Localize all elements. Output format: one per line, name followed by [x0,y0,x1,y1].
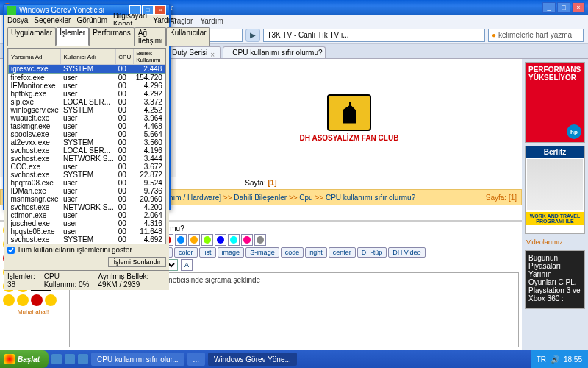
bbcode-dh-tüp-button[interactable]: DH-tüp [357,247,387,258]
process-row[interactable]: igresvc.exeSYSTEM002.448 K [9,65,167,74]
show-all-users-checkbox[interactable] [7,247,15,254]
bbcode-color-button[interactable]: color [174,247,198,258]
minimize-button[interactable]: _ [542,2,556,13]
taskmgr-tab[interactable]: Kullanıcılar [166,27,209,46]
process-row[interactable]: at2evxx.exeSYSTEM003.560 K [9,138,167,146]
ad-hp[interactable]: PERFORMANS YÜKSELİYOR hp [525,62,585,143]
bbcode-right-button[interactable]: right [305,247,327,258]
format-color-btn[interactable] [201,234,213,246]
breadcrumb-link[interactable]: Dahili Bileşenler [234,194,287,202]
format-color-btn[interactable] [241,234,253,246]
bbcode-dh video-button[interactable]: DH Video [388,247,425,258]
column-header[interactable]: Kullanıcı Adı [61,49,116,65]
process-row[interactable]: svchost.exeNETWORK S...003.444 K [9,155,167,163]
process-row[interactable]: ctfmon.exeuser002.064 K [9,211,167,219]
search-bar[interactable]: ● kelimelerle harf yazma [488,29,584,42]
process-row[interactable]: svchost.exeSYSTEM0022.872 K [9,171,167,179]
taskmgr-tab[interactable]: Ağ İletişimi [135,27,166,46]
breadcrumb-link[interactable]: CPU kullanımı sıfır olurmu? [326,194,415,202]
taskbar-item[interactable]: CPU kullanımı sıfır olur... [91,353,184,366]
ad-berlitz[interactable]: Berlitz WORK AND TRAVEL PROGRAMI İLE [525,146,585,234]
page-right: Sayfa: [1] [486,194,517,202]
menu-yardım[interactable]: Yardım [200,17,223,25]
tab-close-icon[interactable]: × [210,51,215,55]
taskmgr-icon [7,6,16,15]
emoji-icon[interactable] [17,294,29,306]
process-row[interactable]: svchost.exeSYSTEM004.692 K [9,236,167,244]
taskmgr-tab[interactable]: Performans [89,27,135,46]
process-row[interactable]: hpqtra08.exeuser009.524 K [9,179,167,187]
bbcode-code-button[interactable]: code [281,247,304,258]
url-aux-bar[interactable]: T3K TV - Canlı Tık TV i... [263,29,485,42]
taskmgr-menubar: DosyaSeçeneklerGörünümBilgisayarı KapatY… [4,15,169,25]
process-row[interactable]: slp.exeLOCAL SER...003.372 K [9,98,167,106]
process-row[interactable]: firefox.exeuser00154.720 K [9,74,167,82]
process-row[interactable]: hpqste08.exeuser0011.648 K [9,227,167,236]
process-row[interactable]: spoolsv.exeuser005.664 K [9,130,167,138]
process-row[interactable]: CCC.exeuser003.672 K [9,163,167,171]
taskbar-item[interactable]: Windows Görev Yöne... [208,353,297,366]
quicklaunch-icon[interactable] [65,354,75,364]
maximize-button[interactable]: □ [557,2,570,13]
forum-header: DH ASOSYALİZM FAN CLUB [176,59,522,177]
process-row[interactable]: jusched.exeuser004.316 K [9,219,167,227]
status-cpu: CPU Kullanımı: 0% [44,272,90,289]
process-row[interactable]: svchost.exeLOCAL SER...004.196 K [9,146,167,155]
taskmgr-statusbar: İşlemler: 38 CPU Kullanımı: 0% Ayrılmış … [4,270,169,290]
process-row[interactable]: IEMonitor.exeuser004.296 K [9,82,167,90]
show-all-users-check[interactable]: Tüm kullanıcıların işlemlerini göster [7,244,166,255]
bbcode-image-button[interactable]: image [218,247,245,258]
format-color-btn[interactable] [254,234,266,246]
tray-volume-icon[interactable]: 🔊 [551,355,559,364]
quicklaunch-icon[interactable] [78,354,88,364]
column-header[interactable]: Bellek Kullanımı [134,49,166,65]
process-row[interactable]: svchost.exeNETWORK S...004.200 K [9,203,167,211]
status-processes: İşlemler: 38 [7,272,35,289]
taskmgr-menu-item[interactable]: Görünüm [76,16,107,24]
taskmgr-menu-item[interactable]: Yardım [153,16,176,24]
clock: 18:55 [564,355,582,364]
column-header[interactable]: CPU [116,49,134,65]
format-color-btn[interactable] [215,234,226,246]
emoji-icon[interactable] [3,294,15,306]
bbcode-s-image-button[interactable]: S-image [245,247,279,258]
system-tray[interactable]: TR 🔊 18:55 [531,350,588,368]
format-color-btn[interactable] [188,234,200,246]
breadcrumb-link[interactable]: Cpu [299,194,312,202]
column-header[interactable]: Yansıma Adı [9,49,61,65]
taskmgr-menu-item[interactable]: Seçenekler [34,16,71,24]
taskmgr-tab[interactable]: Uygulamalar [7,27,56,46]
tray-lang[interactable]: TR [537,355,546,364]
page-number[interactable]: [1] [268,179,276,187]
extra-format-btn[interactable]: A [181,259,193,271]
taskbar-items: CPU kullanımı sıfır olur......Windows Gö… [49,353,297,366]
taskbar-item[interactable]: ... [187,353,205,366]
browser-tab[interactable]: CPU kullanımı sıfır olurmu?× [223,46,326,58]
taskmgr-close[interactable]: × [154,5,166,15]
taskmgr-menu-item[interactable]: Dosya [7,16,28,24]
task-manager-window[interactable]: Windows Görev Yöneticisi _ □ × DosyaSeçe… [3,4,171,210]
bbcode-center-button[interactable]: center [329,247,356,258]
quicklaunch-icon[interactable] [51,354,62,364]
process-row[interactable]: msnmsngr.exeuser0020.960 K [9,195,167,203]
taskmgr-tab[interactable]: İşlemler [56,27,89,46]
format-color-btn[interactable] [175,234,187,246]
tab-close-icon[interactable]: × [326,51,326,55]
process-row[interactable]: wuauclt.exeuser003.964 K [9,114,167,122]
close-button[interactable]: × [572,2,585,13]
start-button[interactable]: Başlat [0,350,49,368]
fanclub-logo [327,94,371,131]
format-color-btn[interactable] [228,234,240,246]
process-list[interactable]: Yansıma AdıKullanıcı AdıCPUBellek Kullan… [7,48,166,244]
windows-icon [4,354,15,364]
go-button[interactable]: ▶ [245,29,260,42]
end-process-button[interactable]: İşlemi Sonlandır [108,257,166,267]
emoji-icon[interactable] [31,294,43,306]
process-row[interactable]: winlogserv.exeSYSTEM004.252 K [9,106,167,114]
bbcode-list-button[interactable]: list [199,247,216,258]
ad-games[interactable]: Bugünün Piyasaları Yarının Oyunları C PL… [525,250,585,309]
process-row[interactable]: hpfbkg.exeuser004.292 K [9,90,167,98]
process-row[interactable]: taskmgr.exeuser004.468 K [9,122,167,130]
emoji-icon[interactable] [45,294,57,306]
process-row[interactable]: IDMan.exeuser009.736 K [9,187,167,195]
